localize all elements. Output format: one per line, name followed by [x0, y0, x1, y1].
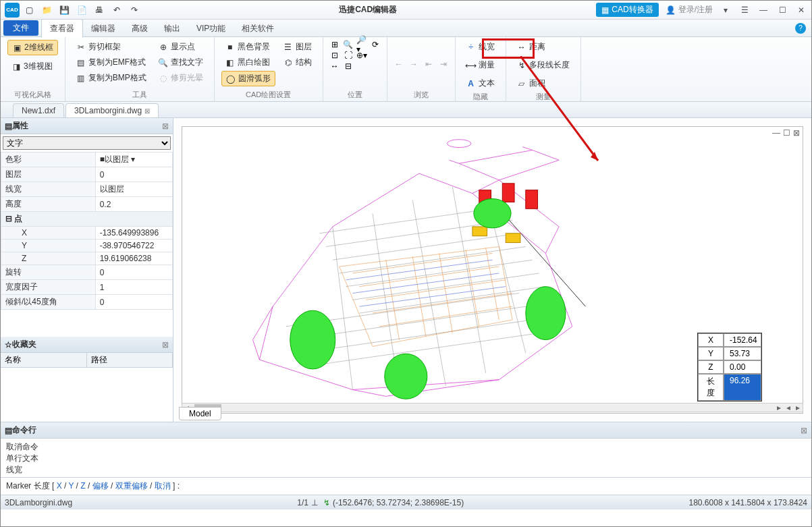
- prop-height-value[interactable]: 0.2: [95, 197, 172, 212]
- properties-close-icon[interactable]: ⊠: [162, 121, 169, 131]
- backd-icon[interactable]: ⇤: [424, 59, 433, 69]
- tab-vip[interactable]: VIP功能: [188, 20, 234, 37]
- refresh-icon[interactable]: ⟳: [371, 40, 380, 49]
- command-close-icon[interactable]: ⊠: [801, 426, 807, 435]
- fwd-icon[interactable]: →: [409, 59, 418, 69]
- coord-len-value[interactable]: 96.26: [724, 374, 761, 401]
- prop-widthf-key: 宽度因子: [1, 280, 96, 295]
- zoom-icon[interactable]: 🔍: [344, 40, 353, 49]
- measure-button[interactable]: ⟷测量: [462, 58, 499, 72]
- trim-halo-button: ◌修剪光晕: [155, 71, 207, 85]
- viewport[interactable]: — ☐ ⊠: [173, 118, 811, 422]
- prop-z-value[interactable]: 19.619066238: [95, 252, 172, 265]
- text-icon: A: [466, 79, 476, 88]
- bw-draw-button[interactable]: ◧黑白绘图: [221, 55, 275, 70]
- pos4-icon[interactable]: ⊟: [344, 61, 353, 71]
- save-icon[interactable]: 💾: [59, 5, 70, 16]
- copy-bmp-button[interactable]: ▥复制为BMP格式: [72, 71, 151, 85]
- minimize-icon[interactable]: —: [757, 5, 769, 15]
- entity-type-select[interactable]: 文字: [3, 136, 171, 150]
- file-menu[interactable]: 文件: [3, 20, 38, 36]
- fit-icon[interactable]: ⛶: [344, 51, 353, 60]
- redo-icon[interactable]: ↷: [129, 5, 140, 16]
- distance-button[interactable]: ↔距离: [513, 40, 574, 54]
- vp-min-icon[interactable]: —: [772, 128, 780, 138]
- vp-close-icon[interactable]: ⊠: [793, 128, 800, 138]
- text-button[interactable]: A文本: [462, 76, 499, 90]
- favorites-col-path[interactable]: 路径: [87, 353, 173, 367]
- scroll-right2-icon[interactable]: ▸: [793, 403, 803, 412]
- find-text-button[interactable]: 🔍查找文字: [155, 55, 207, 70]
- copy-emf-button[interactable]: ▤复制为EMF格式: [72, 55, 151, 70]
- cmd-opt-offset[interactable]: 偏移: [92, 481, 109, 491]
- cut-frame-button[interactable]: ✂剪切框架: [72, 40, 151, 54]
- prop-layer-value[interactable]: 0: [95, 167, 172, 182]
- cad-converter-button[interactable]: ▦ CAD转换器: [596, 3, 658, 17]
- close-tab-icon[interactable]: ⊠: [144, 107, 150, 115]
- menu-icon[interactable]: ☰: [738, 5, 751, 15]
- prop-x-value[interactable]: -135.649993896: [95, 227, 172, 240]
- tab-output[interactable]: 输出: [156, 20, 188, 37]
- doc-tab-new1[interactable]: New1.dxf: [13, 103, 64, 117]
- cmd-opt-double-offset[interactable]: 双重偏移: [115, 481, 148, 491]
- prop-lw-value[interactable]: 以图层: [95, 182, 172, 197]
- open-icon[interactable]: 📁: [41, 5, 52, 16]
- vp-max-icon[interactable]: ☐: [783, 128, 790, 138]
- favorites-col-name[interactable]: 名称: [1, 353, 87, 367]
- undo-icon[interactable]: ↶: [111, 5, 122, 16]
- favorites-close-icon[interactable]: ⊠: [162, 340, 169, 350]
- prop-widthf-value[interactable]: 1: [95, 280, 172, 295]
- pos3-icon[interactable]: ↔: [330, 61, 340, 71]
- view-3d-button[interactable]: ◨3维视图: [7, 59, 58, 74]
- back-icon[interactable]: ←: [394, 59, 404, 69]
- print-icon[interactable]: 🖶: [94, 5, 105, 16]
- layer-button[interactable]: ☰图层: [279, 40, 316, 54]
- ribbon-group-cad-settings: ■黑色背景 ◧黑白绘图 ◯圆滑弧形 ☰图层 ⌬结构 CAD绘图设置: [215, 37, 323, 101]
- show-point-button[interactable]: ⊕显示点: [155, 40, 207, 54]
- cmd-opt-x[interactable]: X: [57, 481, 62, 491]
- pos-icon[interactable]: ⊞: [330, 40, 340, 49]
- maximize-icon[interactable]: ☐: [776, 5, 788, 15]
- properties-panel-title: ▤ 属性 ⊠: [1, 118, 173, 134]
- cmd-opt-cancel[interactable]: 取消: [155, 481, 171, 491]
- cmd-line-1: 单行文本: [6, 453, 806, 464]
- smooth-arc-button[interactable]: ◯圆滑弧形: [221, 71, 275, 86]
- zoomr-icon[interactable]: ⊕▾: [357, 51, 367, 60]
- tab-advanced[interactable]: 高级: [124, 20, 156, 37]
- pos2-icon[interactable]: ⊡: [330, 51, 340, 60]
- coord-y-value: 53.73: [724, 347, 761, 360]
- status-snap-icon[interactable]: ⊥: [308, 498, 321, 507]
- fwdd-icon[interactable]: ⇥: [439, 59, 448, 69]
- new-icon[interactable]: ▢: [24, 5, 34, 16]
- close-icon[interactable]: ✕: [795, 5, 807, 15]
- wireframe-2d-button[interactable]: ▣2维线框: [7, 40, 58, 55]
- status-page: 1/1: [297, 498, 308, 507]
- drawing-canvas[interactable]: — ☐ ⊠: [182, 126, 803, 414]
- dropdown-icon[interactable]: ▾: [720, 5, 732, 15]
- help-icon[interactable]: ?: [795, 23, 806, 34]
- cmd-opt-y[interactable]: Y: [68, 481, 74, 491]
- black-bg-button[interactable]: ■黑色背景: [221, 40, 275, 54]
- doc-icon[interactable]: 📄: [76, 5, 87, 16]
- prop-point-group[interactable]: ⊟ 点: [1, 212, 173, 227]
- tab-editor[interactable]: 编辑器: [83, 20, 124, 37]
- cmd-opt-z[interactable]: Z: [80, 481, 85, 491]
- scroll-left2-icon[interactable]: ◂: [784, 403, 793, 412]
- prop-rot-value[interactable]: 0: [95, 265, 172, 280]
- status-file: 3DLamborgini.dwg: [5, 498, 72, 507]
- login-button[interactable]: 👤 登录/注册: [666, 4, 713, 16]
- horizontal-scrollbar[interactable]: ◂ ▸ ◂ ▸: [182, 403, 803, 412]
- tab-related[interactable]: 相关软件: [234, 20, 282, 37]
- prop-color-value[interactable]: ■以图层 ▾: [95, 152, 172, 167]
- prop-oblique-value[interactable]: 0: [95, 295, 172, 310]
- command-input[interactable]: Marker 长度 [ X / Y / Z / 偏移 / 双重偏移 / 取消 ]…: [1, 478, 811, 495]
- lineweight-button[interactable]: ÷线宽: [462, 40, 499, 54]
- prop-y-value[interactable]: -38.970546722: [95, 240, 172, 252]
- doc-tab-lamborgini[interactable]: 3DLamborgini.dwg⊠: [65, 103, 159, 117]
- status-grid-icon[interactable]: ↯: [321, 498, 333, 507]
- zoomw-icon[interactable]: 🔎▾: [357, 40, 367, 49]
- model-space-tab[interactable]: Model: [179, 407, 221, 420]
- tab-viewer[interactable]: 查看器: [41, 19, 83, 38]
- structure-button[interactable]: ⌬结构: [279, 55, 316, 70]
- scroll-right-icon[interactable]: ▸: [774, 403, 784, 412]
